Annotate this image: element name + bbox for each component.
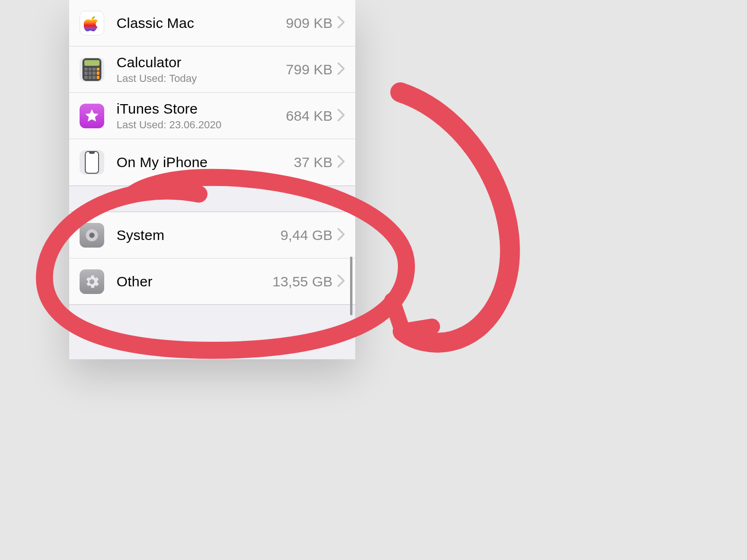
storage-row-calculator[interactable]: Calculator Last Used: Today 799 KB	[69, 46, 355, 93]
app-size: 909 KB	[286, 15, 333, 31]
app-name: On My iPhone	[117, 154, 294, 170]
storage-row-system[interactable]: System 9,44 GB	[69, 212, 355, 258]
on-my-iphone-icon	[80, 150, 104, 175]
svg-point-1	[89, 232, 94, 238]
chevron-right-icon	[337, 228, 345, 242]
system-storage-group: System 9,44 GB Other 13,55 GB	[69, 212, 355, 305]
app-subtitle: Last Used: Today	[117, 72, 286, 85]
other-size: 13,55 GB	[272, 274, 333, 290]
app-size: 684 KB	[286, 108, 333, 124]
row-text: On My iPhone	[117, 154, 294, 170]
row-text: System	[117, 227, 280, 243]
scroll-indicator[interactable]	[350, 257, 352, 315]
calculator-icon	[80, 57, 104, 82]
chevron-right-icon	[337, 16, 345, 30]
storage-settings-panel: Classic Mac 909 KB Calculator Last Used:…	[69, 0, 355, 355]
system-size: 9,44 GB	[280, 227, 333, 243]
app-name: Classic Mac	[117, 15, 286, 31]
row-text: Classic Mac	[117, 15, 286, 31]
chevron-right-icon	[337, 275, 345, 289]
app-size: 37 KB	[294, 154, 333, 170]
storage-row-other[interactable]: Other 13,55 GB	[69, 258, 355, 305]
row-text: Calculator Last Used: Today	[117, 54, 286, 85]
system-name: System	[117, 227, 280, 243]
list-footer	[69, 305, 355, 359]
apps-storage-group: Classic Mac 909 KB Calculator Last Used:…	[69, 0, 355, 186]
storage-row-itunes-store[interactable]: iTunes Store Last Used: 23.06.2020 684 K…	[69, 93, 355, 139]
storage-row-on-my-iphone[interactable]: On My iPhone 37 KB	[69, 139, 355, 186]
chevron-right-icon	[337, 62, 345, 77]
section-separator	[69, 186, 355, 212]
chevron-right-icon	[337, 155, 345, 169]
app-subtitle: Last Used: 23.06.2020	[117, 119, 286, 131]
classic-mac-icon	[80, 11, 104, 36]
row-text: Other	[117, 274, 272, 290]
chevron-right-icon	[337, 109, 345, 123]
system-icon	[80, 223, 104, 248]
app-size: 799 KB	[286, 62, 333, 78]
app-name: iTunes Store	[117, 101, 286, 117]
app-name: Calculator	[117, 54, 286, 71]
other-icon	[80, 269, 104, 294]
storage-row-classic-mac[interactable]: Classic Mac 909 KB	[69, 0, 355, 46]
row-text: iTunes Store Last Used: 23.06.2020	[117, 101, 286, 131]
other-name: Other	[117, 274, 272, 290]
itunes-store-icon	[80, 104, 104, 128]
